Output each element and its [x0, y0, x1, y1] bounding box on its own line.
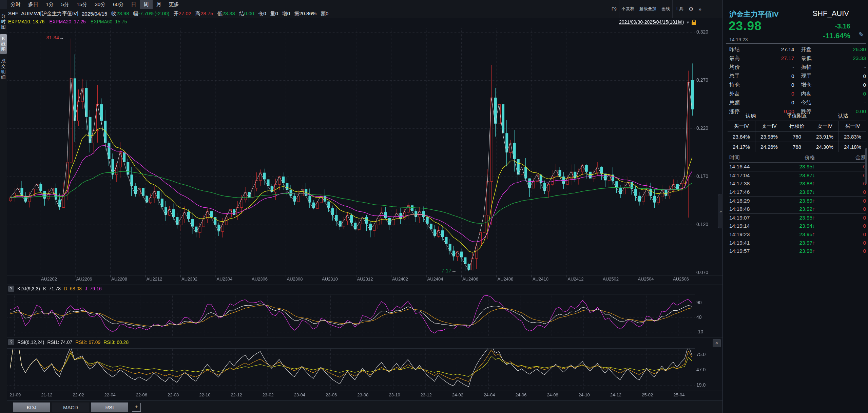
add-indicator-button[interactable]: +	[132, 403, 141, 412]
menu-item-30分[interactable]: 30分	[91, 0, 109, 9]
indicator-tab-bar: KDJMACDRSI+	[7, 400, 722, 413]
panel-collapse-handle[interactable]: »	[718, 194, 723, 228]
scrollbar-thumb[interactable]	[865, 148, 867, 184]
menu-item-1分[interactable]: 1分	[42, 0, 57, 9]
menu-item-分时[interactable]: 分时	[7, 0, 24, 9]
stat-row: 最高27.17最低23.33	[729, 54, 866, 63]
indicator-value: RSI3: 60.28	[103, 339, 129, 345]
trade-row[interactable]: 14:16:4423.95↓0	[729, 163, 866, 171]
low-annotation: 7.17→	[442, 268, 457, 273]
options-row[interactable]: 23.84%23.98%76023.91%23.83%	[728, 131, 866, 142]
trade-row[interactable]: 14:18:2923.89↑0	[729, 197, 866, 205]
field-value: 28.75	[200, 11, 213, 16]
edit-pencil-icon[interactable]: ✎	[859, 31, 864, 39]
help-icon[interactable]: ?	[8, 339, 14, 345]
trade-row[interactable]: 14:17:0423.87↓0	[729, 171, 866, 180]
contract-label-AU2504: AU2504	[638, 276, 654, 282]
menu-item-5分[interactable]: 5分	[57, 0, 73, 9]
stat-value-总额: 0	[752, 100, 794, 106]
menu-item-日[interactable]: 日	[128, 0, 140, 9]
expma-legend-item: EXPMA10: 18.76	[8, 19, 44, 24]
month-label-22-04: 22-04	[104, 392, 116, 397]
contract-label-AU2506: AU2506	[673, 276, 689, 282]
info-field-仓: 仓0	[258, 11, 266, 17]
trade-amount: 0	[825, 198, 866, 204]
menu-item-月[interactable]: 月	[153, 0, 165, 9]
right-arrow-icon: →	[451, 268, 457, 273]
toolbar-item-F9[interactable]: F9	[609, 0, 619, 18]
month-label-23-06: 23-06	[326, 392, 337, 397]
sidebar-item-K线图[interactable]: K线图	[0, 34, 7, 54]
trade-row[interactable]: 14:19:5723.98↑0	[729, 247, 866, 255]
group-认沽: 认沽	[820, 113, 866, 119]
arrow-up-icon: ↑	[812, 231, 815, 237]
tab-RSI[interactable]: RSI	[91, 402, 128, 412]
lock-icon[interactable]	[692, 22, 696, 25]
trade-row[interactable]: 14:19:2323.95↑0	[729, 230, 866, 239]
gear-icon[interactable]: ⚙	[686, 0, 696, 18]
stat-label-内盘: 内盘	[801, 90, 824, 98]
field-value: 20.86%	[299, 11, 316, 16]
month-label-25-04: 25-04	[673, 392, 684, 397]
trade-row[interactable]: 14:19:1423.94↓0	[729, 222, 866, 230]
option-cell: 24.26%	[755, 142, 783, 152]
info-field-开: 开27.02	[173, 11, 191, 17]
month-label-22-06: 22-06	[136, 392, 147, 397]
help-icon[interactable]: ?	[8, 286, 14, 292]
column-header: 行权价	[783, 121, 811, 131]
column-header: 卖一IV	[811, 121, 838, 131]
menu-item-周[interactable]: 周	[140, 0, 153, 9]
trade-row[interactable]: 14:17:3823.88↑0	[729, 180, 866, 188]
period-menu-bar: 分时多日1分5分15分30分60分日周月更多	[7, 0, 609, 9]
toolbar-item-不复权[interactable]: 不复权	[619, 0, 637, 18]
symbol-label: SHF_AUIV.WI[沪金主力平值IV]	[8, 11, 78, 17]
trade-row[interactable]: 14:17:4623.87↓0	[729, 188, 866, 197]
field-label: 振	[294, 11, 299, 16]
toolbar-item-画线[interactable]: 画线	[659, 0, 673, 18]
tab-MACD[interactable]: MACD	[52, 402, 89, 412]
stat-label-昨结: 昨结	[729, 46, 752, 53]
trade-row[interactable]: 14:18:4823.92↑0	[729, 205, 866, 214]
more-chevron-icon[interactable]: »	[696, 0, 704, 18]
close-indicator-button[interactable]: ×	[713, 339, 721, 347]
sidebar-item-成交明细[interactable]: 成交明细	[0, 57, 7, 82]
contract-label-AU2402: AU2402	[392, 276, 408, 282]
chevron-down-icon[interactable]: ▼	[686, 20, 690, 24]
column-header: 买一IV	[728, 121, 755, 131]
stat-label-现手: 现手	[801, 73, 824, 80]
arrow-down-icon: ↓	[812, 172, 815, 178]
menu-item-60分[interactable]: 60分	[109, 0, 128, 9]
sidebar-item-分时图[interactable]: 分时图	[0, 12, 7, 32]
menu-item-多日[interactable]: 多日	[24, 0, 42, 9]
options-group-header: 认购平值附近认沽	[728, 111, 866, 121]
menu-item-更多[interactable]: 更多	[165, 0, 183, 9]
field-label: 幅	[133, 11, 138, 16]
contract-label-AU2306: AU2306	[252, 276, 268, 282]
trade-price: 23.94↓	[761, 223, 825, 229]
menu-item-15分[interactable]: 15分	[73, 0, 91, 9]
rsi-tick: 19.0	[696, 382, 706, 388]
rsi-tick: 47.0	[696, 367, 706, 372]
month-label-24-02: 24-02	[452, 392, 463, 397]
trade-row[interactable]: 14:19:4123.97↑0	[729, 239, 866, 247]
toolbar-item-工具[interactable]: 工具	[673, 0, 686, 18]
tab-KDJ[interactable]: KDJ	[13, 402, 50, 412]
stat-label-总额: 总额	[729, 99, 752, 106]
trading-app-window: 分时多日1分5分15分30分60分日周月更多 F9不复权超级叠加画线工具⚙» S…	[0, 0, 868, 413]
contract-label-AU2302: AU2302	[181, 276, 197, 282]
price-change-percent: -11.64%	[823, 32, 850, 40]
trade-row[interactable]: 14:19:0723.95↑0	[729, 214, 866, 222]
options-row[interactable]: 24.17%24.26%76824.30%24.18%	[728, 142, 866, 152]
trade-time: 14:17:46	[729, 189, 761, 195]
trade-price: 23.97↑	[761, 240, 825, 246]
stat-label-增仓: 增仓	[801, 81, 824, 88]
date-range-selector[interactable]: 2021/09/30-2025/04/15(181周) ▼	[619, 19, 696, 25]
trade-time: 14:19:41	[729, 240, 761, 246]
indicator-value: RSI1: 74.07	[47, 339, 72, 345]
date-range-label[interactable]: 2021/09/30-2025/04/15(181周)	[619, 19, 684, 25]
toolbar-item-超级叠加[interactable]: 超级叠加	[637, 0, 659, 18]
option-cell: 24.17%	[728, 142, 755, 152]
stat-label-最低: 最低	[801, 55, 824, 62]
rsi-indicator-header: ? RSI(6,12,24) RSI1: 74.07RSI2: 67.09RSI…	[8, 339, 129, 345]
option-cell: 23.91%	[811, 132, 838, 142]
